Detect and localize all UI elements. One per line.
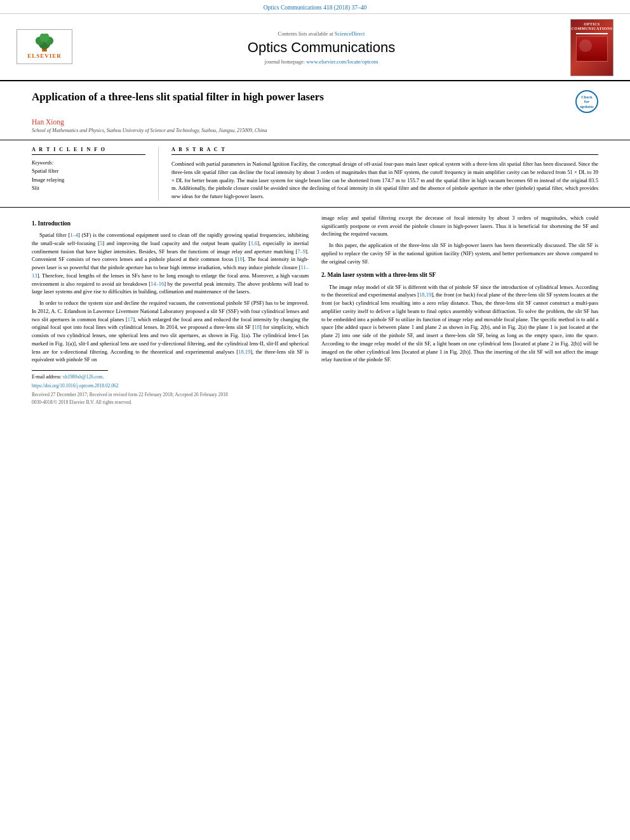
keyword-2: Image relaying (32, 176, 145, 185)
contents-available-line: Contents lists available at ScienceDirec… (278, 30, 365, 37)
abstract-col: A B S T R A C T Combined with partial pa… (159, 147, 598, 201)
page: Optics Communications 418 (2018) 37–40 E… (0, 0, 630, 840)
doi-line: https://doi.org/10.1016/j.optcom.2018.02… (32, 382, 309, 389)
body-columns: 1. Introduction Spatial filter [1–4] (SF… (32, 214, 598, 406)
article-info-heading: A R T I C L E I N F O (32, 147, 145, 155)
journal-reference-link[interactable]: Optics Communications 418 (2018) 37–40 (264, 4, 367, 11)
check-for-updates-badge: Check for updates (575, 90, 598, 113)
cover-title: OPTICS COMMUNICATIONS (571, 22, 612, 31)
elsevier-tree-icon (32, 34, 57, 53)
article-title-section: Application of a three-lens slit spatial… (0, 81, 630, 133)
abstract-text: Combined with partial parameters in Nati… (171, 160, 598, 201)
article-info-col: A R T I C L E I N F O Keywords: Spatial … (32, 147, 159, 201)
journal-cover-area: OPTICS COMMUNICATIONS (566, 19, 617, 76)
footnote-email: E-mail address: xh1980xh@126.com. (32, 373, 309, 380)
elsevier-label: ELSEVIER (27, 53, 62, 59)
received-line: Received 27 December 2017; Received in r… (32, 391, 309, 398)
journal-title-area: Contents lists available at ScienceDirec… (83, 19, 560, 76)
section1-right-para2: In this paper, the application of the th… (321, 241, 598, 265)
journal-reference-bar: Optics Communications 418 (2018) 37–40 (0, 0, 630, 14)
abstract-heading: A B S T R A C T (171, 147, 598, 155)
article-title-row: Application of a three-lens slit spatial… (32, 90, 598, 113)
footnote-divider (32, 370, 108, 371)
section1-title: 1. Introduction (32, 219, 309, 228)
elsevier-logo: ELSEVIER (17, 29, 72, 64)
section1-para1: Spatial filter [1–4] (SF) is the convent… (32, 231, 309, 296)
section2-para1: The image relay model of slit SF is diff… (321, 283, 598, 364)
keywords-list: Spatial filter Image relaying Slit (32, 167, 145, 193)
keyword-3: Slit (32, 184, 145, 193)
science-direct-link[interactable]: ScienceDirect (335, 30, 365, 37)
copyright-line: 0030-4018/© 2018 Elsevier B.V. All right… (32, 399, 309, 406)
section1-right-para1: image relay and spatial filtering except… (321, 214, 598, 238)
article-title-text: Application of a three-lens slit spatial… (32, 90, 569, 104)
section2-title: 2. Main laser system with a three-lens s… (321, 270, 598, 279)
email-link[interactable]: xh1980xh@126.com (63, 374, 103, 380)
body-left-col: 1. Introduction Spatial filter [1–4] (SF… (32, 214, 309, 406)
journal-cover-image: OPTICS COMMUNICATIONS (570, 19, 613, 76)
body-right-col: image relay and spatial filtering except… (321, 214, 598, 406)
keywords-label: Keywords: (32, 160, 145, 166)
keyword-1: Spatial filter (32, 167, 145, 176)
author-name: Han Xiong (32, 118, 598, 126)
article-info-abstract: A R T I C L E I N F O Keywords: Spatial … (0, 140, 630, 207)
homepage-link[interactable]: www.elsevier.com/locate/optcom (306, 58, 378, 65)
section1-para2: In order to reduce the system size and d… (32, 299, 309, 364)
journal-homepage-line: journal homepage: www.elsevier.com/locat… (265, 58, 379, 65)
journal-header: ELSEVIER Contents lists available at Sci… (0, 14, 630, 81)
author-affiliation: School of Mathematics and Physics, Suzho… (32, 128, 598, 133)
doi-link[interactable]: https://doi.org/10.1016/j.optcom.2018.02… (32, 383, 119, 389)
journal-title: Optics Communications (248, 39, 395, 56)
main-body: 1. Introduction Spatial filter [1–4] (SF… (0, 207, 630, 412)
elsevier-branding: ELSEVIER (13, 19, 76, 76)
